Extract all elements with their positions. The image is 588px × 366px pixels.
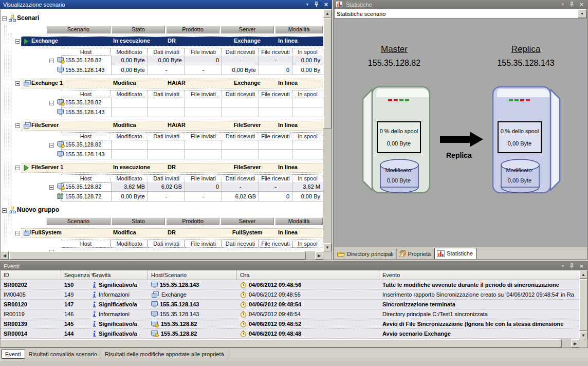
host-column-header[interactable]: Host [61,48,111,56]
column-header[interactable]: Prodotto [166,26,219,33]
column-header[interactable]: Stato [112,217,165,225]
column-header-id[interactable]: ID [1,270,61,280]
host-column-header[interactable]: File ricevuti [259,240,292,248]
host-row[interactable]: 155.35.128.820,00 Byte0,00 Byte0--0,00 B… [1,56,323,65]
tree-expander[interactable] [49,100,54,106]
host-column-header[interactable]: File ricevuti [259,48,292,56]
host-column-header[interactable]: Dati inviati [148,90,185,98]
host-column-header[interactable]: Host [61,90,111,98]
event-row[interactable]: IR00119146Informazioni155.35.128.14304/0… [1,309,579,319]
host-column-header[interactable]: Modificato [111,240,148,248]
host-row[interactable]: 155.35.128.823,62 MB6,02 GB0--3,62 M [1,182,323,192]
column-header[interactable]: Scenario [46,26,111,33]
pin-icon[interactable] [569,2,574,7]
column-header-host-scenario[interactable]: Host/Scenario [148,270,237,280]
pin-icon[interactable] [569,263,574,269]
scenario-vertical-scrollbar[interactable]: ▲ ▼ [323,9,332,251]
tab-proprietà[interactable]: Proprietà [397,249,434,259]
events-vertical-scrollbar[interactable]: ▲ ▼ [579,270,587,339]
scrollbar-thumb[interactable] [9,251,306,260]
scenario-row[interactable]: FileServer 1In esecuzioneDRFileServerIn … [1,163,323,173]
scrollbar-thumb[interactable] [1,339,562,347]
host-column-header[interactable]: Dati inviati [148,133,185,140]
tree-expander[interactable] [15,165,20,171]
host-column-header[interactable]: Modificato [111,175,148,182]
close-icon[interactable]: × [579,263,583,269]
host-column-header[interactable]: Modificato [111,48,148,56]
host-column-header[interactable]: File inviati [185,48,222,56]
scenario-row[interactable]: FileServerModificaHA/ARFileServerIn line… [1,121,323,131]
host-column-header[interactable]: In spool [292,175,323,182]
event-row[interactable]: IM00405149InformazioniExchange04/06/2012… [1,290,579,300]
tree-expander[interactable] [15,81,20,87]
close-icon[interactable]: × [324,1,328,8]
window-menu-icon[interactable]: ▼ [561,3,564,6]
scroll-up-icon[interactable]: ▲ [323,9,332,17]
host-column-header[interactable]: Dati ricevuti [222,175,259,182]
tab-directory-principali[interactable]: Directory principali [335,249,397,259]
host-column-header[interactable]: Dati ricevuti [222,240,259,248]
host-column-header[interactable]: Dati inviati [148,175,185,182]
host-column-header[interactable]: Modificato [111,90,148,98]
column-header[interactable]: Prodotto [166,217,219,225]
host-column-header[interactable]: In spool [292,90,323,98]
tab-statistiche[interactable]: Statistiche [434,248,476,259]
host-column-header[interactable]: File inviati [185,90,222,98]
host-column-header[interactable]: File ricevuti [259,175,292,182]
event-row[interactable]: SR00014144Significativo/a155.35.128.8204… [1,329,579,339]
column-header-evento[interactable]: Evento [379,270,579,280]
event-row[interactable]: SR00202150Significativo/a155.35.128.1430… [1,280,579,290]
column-header[interactable]: Server [220,217,274,225]
scroll-up-icon[interactable]: ▲ [579,270,587,279]
host-row[interactable]: 155.35.128.82 [1,98,323,107]
scrollbar-thumb[interactable] [323,18,332,129]
event-row[interactable]: SR00120147Significativo/a155.35.128.1430… [1,300,579,309]
host-column-header[interactable]: Dati inviati [148,48,185,56]
tree-expander[interactable] [15,230,20,236]
host-row[interactable]: 155.35.128.143 [1,107,323,117]
host-column-header[interactable]: Modificato [111,133,148,140]
window-menu-icon[interactable]: ▼ [305,3,309,6]
tree-expander[interactable] [49,58,54,64]
host-column-header[interactable]: In spool [292,240,323,248]
column-header-gravit-[interactable]: Gravità [89,270,148,280]
host-column-header[interactable]: File inviati [185,240,222,248]
host-column-header[interactable]: In spool [292,133,323,140]
tab-risultati-delle-modifiche-apportate-alle[interactable]: Risultati delle modifiche apportate alle… [101,350,228,359]
tree-expander[interactable] [49,185,54,191]
tree-expander[interactable] [15,123,20,129]
column-header-ora[interactable]: Ora [237,270,379,280]
scroll-down-icon[interactable]: ▼ [323,243,332,251]
host-column-header[interactable]: File ricevuti [259,133,292,140]
statistics-selector[interactable]: Statistiche scenario ▼ [334,9,587,19]
scroll-right-icon[interactable]: ▶ [315,251,323,260]
host-row[interactable]: 155.35.128.1430,00 Byte--0,00 Byte00,00 … [1,65,323,75]
window-menu-icon[interactable]: ▼ [561,264,564,268]
host-column-header[interactable]: Host [61,240,111,248]
column-header[interactable]: Modalità [275,217,323,225]
scenario-row[interactable]: ExchangeIn esecuzioneDRExchangeIn linea [1,36,323,46]
host-column-header[interactable]: Host [61,175,111,182]
host-column-header[interactable]: File inviati [185,175,222,182]
host-row[interactable]: 155.35.128.720,00 Byte--6,02 GB00,00 By [1,192,323,202]
scenario-row[interactable]: FullSystemModificaDRFullSystemIn linea [1,228,323,238]
scenario-row[interactable]: Exchange 1ModificaHA/ARExchangeIn linea [1,79,323,88]
tab-eventi[interactable]: Eventi [1,350,25,359]
events-horizontal-scrollbar[interactable]: ▶ [1,339,579,347]
scenario-horizontal-scrollbar[interactable]: ◀ ▶ [1,251,323,260]
tree-expander[interactable] [2,16,7,22]
host-column-header[interactable]: In spool [292,48,323,56]
event-row[interactable]: SR00139145Significativo/a155.35.128.8204… [1,319,579,329]
host-row[interactable]: 155.35.128.82 [1,140,323,150]
scroll-down-icon[interactable]: ▼ [579,331,587,339]
column-header[interactable]: Server [220,26,274,33]
scroll-left-icon[interactable]: ◀ [1,251,9,260]
column-header-sequenza[interactable]: Sequenza [61,270,89,280]
host-column-header[interactable]: Dati ricevuti [222,48,259,56]
tree-expander[interactable] [15,39,20,45]
host-column-header[interactable]: Host [61,133,111,140]
host-column-header[interactable]: Dati ricevuti [222,90,259,98]
host-column-header[interactable]: Dati inviati [148,240,185,248]
host-row[interactable]: 155.35.128.143 [1,150,323,159]
column-header[interactable]: Scenario [46,217,111,225]
